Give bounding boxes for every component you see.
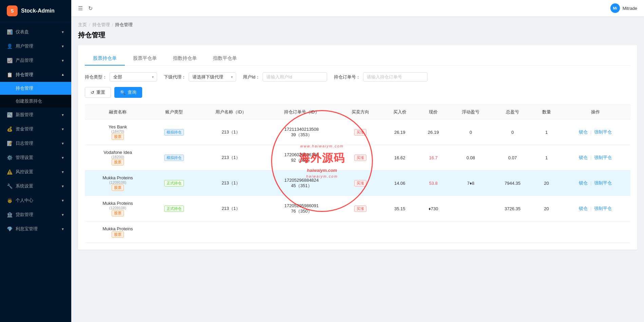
cell-total-profit: 0 [492,120,533,145]
hamburger-icon[interactable]: ☰ [78,5,83,12]
cell-buy-price: 14.06 [382,171,418,196]
lock-action[interactable]: 锁仓 [579,155,588,160]
chevron-icon: ▼ [61,156,64,160]
order-num-input[interactable] [363,72,428,82]
main-area: ☰ ↻ Mi Mitrade 主页 / 持仓管理 / 持仓管理 持仓管理 股票持… [71,0,644,322]
page-title: 持仓管理 [78,31,637,40]
lock-action[interactable]: 锁仓 [579,206,588,211]
col-float-profit: 浮动盈亏 [449,105,493,120]
chevron-icon: ▼ [61,113,64,117]
cell-direction: 买涨 [339,120,382,145]
loan-icon: 🏦 [7,212,12,217]
cell-user: 213（1） [197,171,264,196]
chevron-icon: ▼ [61,59,64,62]
cell-user: 213（1） [197,120,264,145]
fund-icon: 💰 [7,126,12,132]
sidebar-item-dashboard[interactable]: 📊 仪表盘 ▼ [0,25,71,39]
sidebar-item-product-mgmt[interactable]: 📈 产品管理 ▼ [0,53,71,68]
sidebar-item-risk-settings[interactable]: ⚠️ 风控设置 ▼ [0,165,71,179]
tab-stock-close[interactable]: 股票平仓单 [125,52,165,66]
sidebar-item-user-mgmt[interactable]: 👤 用户管理 ▼ [0,39,71,53]
cell-name: Mukka Proteins (1209108) 股票 [85,196,151,221]
cell-quantity: 1 [533,145,560,171]
cell-order: 17206036636186 92（352） [264,145,339,171]
refresh-icon[interactable]: ↻ [88,5,93,12]
filter-row: 持仓类型： 全部 模拟持仓 正式持仓 下级代理： 请选择下级代理 [85,72,630,82]
sidebar-item-interest-mgmt[interactable]: 💎 利息宝管理 ▼ [0,222,71,236]
data-table: 融资名称 账户类型 用户名称（ID） 持仓订单号（ID） 买卖方向 买入价 现价… [85,105,630,243]
reset-button[interactable]: ↺ 重置 [85,87,111,98]
cell-quantity: 20 [533,196,560,221]
top-header: ☰ ↻ Mi Mitrade [71,0,644,16]
sidebar-item-personal[interactable]: 👨 个人中心 ▼ [0,193,71,208]
cell-quantity: 20 [533,171,560,196]
chevron-icon: ▼ [61,184,64,188]
account-type-badge: 模拟持仓 [164,129,184,136]
query-button[interactable]: 🔍 查询 [114,87,142,98]
cell-user: 213（1） [197,196,264,221]
cell-order [264,221,339,243]
col-user: 用户名称（ID） [197,105,264,120]
breadcrumb-sep-2: / [112,22,113,28]
sidebar-label-log-mgmt: 日志管理 [16,140,33,146]
cell-total-profit: 3726.35 [492,196,533,221]
interest-icon: 💎 [7,226,12,232]
subordinate-select[interactable]: 请选择下级代理 [189,72,236,82]
col-current-price: 现价 [418,105,449,120]
chevron-icon: ▼ [61,170,64,174]
force-close-action[interactable]: 强制平仓 [594,129,612,135]
cell-order: 17205296884824 45（351） [264,171,339,196]
breadcrumb-home[interactable]: 主页 [78,22,87,28]
col-direction: 买卖方向 [339,105,382,120]
cell-account-type [151,221,197,243]
position-submenu: 持仓管理 创建股票持仓 [0,82,71,108]
sidebar-item-create-stock[interactable]: 创建股票持仓 [0,95,71,108]
user-id-filter: 用户Id： [243,72,327,82]
lock-action[interactable]: 锁仓 [579,129,588,135]
chevron-icon: ▼ [61,213,64,217]
stock-badge: 股票 [112,159,124,165]
subordinate-filter: 下级代理： 请选择下级代理 [164,72,236,82]
sidebar-item-sys-settings[interactable]: 🔧 系统设置 ▼ [0,179,71,193]
tab-index-hold[interactable]: 指数持仓单 [165,52,205,66]
tab-index-close[interactable]: 指数平仓单 [205,52,245,66]
sidebar-item-mgmt-settings[interactable]: ⚙️ 管理设置 ▼ [0,150,71,165]
cell-name: Yes Bank (18470) 股票 [85,120,151,145]
sidebar-item-new-stock[interactable]: 📉 新股管理 ▼ [0,108,71,122]
user-id-input[interactable] [263,72,327,82]
cell-actions: 锁仓 | 强制平仓 [560,196,630,221]
cell-current-price [418,221,449,243]
force-close-action[interactable]: 强制平仓 [594,180,612,185]
cell-current-price: ♦730 [418,196,449,221]
breadcrumb-position[interactable]: 持仓管理 [92,22,110,28]
sidebar-label-product-mgmt: 产品管理 [16,57,33,64]
force-close-action[interactable]: 强制平仓 [594,155,612,160]
search-icon: 🔍 [120,90,126,95]
stock-badge: 股票 [112,184,124,191]
sidebar-item-log-mgmt[interactable]: 📝 日志管理 ▼ [0,136,71,150]
stock-badge: 股票 [112,231,124,238]
force-close-action[interactable]: 强制平仓 [594,206,612,211]
breadcrumb-sep-1: / [89,22,90,28]
sidebar-item-fund-mgmt[interactable]: 💰 资金管理 ▼ [0,122,71,136]
cell-float-profit: 7♦8 [449,171,493,196]
cell-account-type: 正式持仓 [151,196,197,221]
cell-account-type: 模拟持仓 [151,120,197,145]
sidebar-item-position-mgmt[interactable]: 📋 持仓管理 ▼ [0,68,71,82]
cell-float-profit: 0 [449,120,493,145]
cell-float-profit [449,196,493,221]
sidebar-item-position-manage[interactable]: 持仓管理 [0,82,71,95]
position-type-select[interactable]: 全部 模拟持仓 正式持仓 [110,72,157,82]
account-type-badge: 模拟持仓 [164,155,184,161]
sidebar-item-loan-mgmt[interactable]: 🏦 贷款管理 ▼ [0,208,71,222]
cell-actions: 锁仓 | 强制平仓 [560,145,630,171]
col-actions: 操作 [560,105,630,120]
order-num-filter: 持仓订单号： [334,72,428,82]
lock-action[interactable]: 锁仓 [579,180,588,185]
mgmt-settings-icon: ⚙️ [7,155,12,160]
table-row: Vodafone Idea (18200) 股票 模拟持仓 213（1） 172… [85,145,630,171]
cell-name: Vodafone Idea (18200) 股票 [85,145,151,171]
tab-stock-hold[interactable]: 股票持仓单 [85,52,125,66]
user-icon: 👤 [7,43,12,49]
tab-bar: 股票持仓单 股票平仓单 指数持仓单 指数平仓单 [85,52,630,66]
